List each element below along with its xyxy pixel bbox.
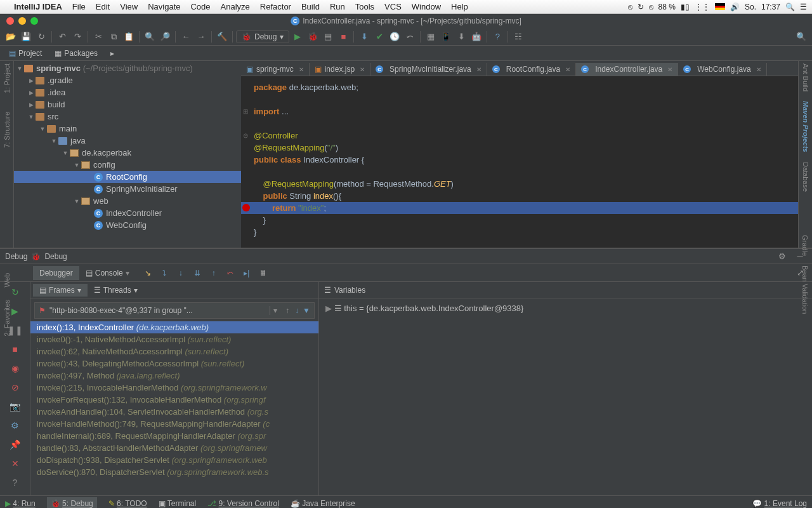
menu-window[interactable]: Window — [407, 2, 446, 11]
volume-icon[interactable]: 🔊 — [730, 3, 740, 11]
tree-web[interactable]: ▼web — [14, 195, 241, 207]
tree-build[interactable]: ▶build — [14, 98, 241, 110]
stack-frame[interactable]: invoke0():-1, NativeMethodAccessorImpl (… — [30, 333, 318, 345]
structure-icon[interactable]: ▦ — [424, 30, 438, 44]
nav-more[interactable]: ▸ — [104, 48, 121, 59]
stack-frame[interactable]: handle():83, AbstractHandlerMethodAdapte… — [30, 442, 318, 454]
tree-webcfg[interactable]: CWebConfig — [14, 219, 241, 231]
flag-de-icon[interactable] — [715, 3, 725, 10]
zoom-button[interactable] — [30, 17, 38, 25]
tool-debug[interactable]: 🐞 5: Debug — [47, 497, 97, 509]
drop-frame-icon[interactable]: ⤺ — [223, 267, 237, 279]
revert-icon[interactable]: ⤺ — [403, 30, 417, 44]
tool-bean[interactable]: Bean Validation — [801, 265, 809, 314]
tool-run[interactable]: ▶ 4: Run — [5, 499, 36, 508]
battery-icon[interactable]: ▮▯ — [681, 3, 690, 11]
stop-button[interactable]: ■ — [336, 30, 350, 44]
tab-index-jsp[interactable]: ▣index.jsp✕ — [310, 63, 370, 76]
tool-database[interactable]: Database — [802, 162, 809, 192]
tool-project[interactable]: 1: Project — [3, 64, 11, 93]
stack-frame[interactable]: invokeAndHandle():104, ServletInvocableH… — [30, 406, 318, 418]
stack-frame[interactable]: handleInternal():689, RequestMappingHand… — [30, 430, 318, 442]
tree-idx[interactable]: CIndexController — [14, 207, 241, 219]
nav-packages[interactable]: ▦Packages — [48, 48, 104, 59]
app-menu[interactable]: IntelliJ IDEA — [9, 2, 67, 11]
stack-frame[interactable]: invoke():62, NativeMethodAccessorImpl (s… — [30, 345, 318, 358]
find-icon[interactable]: 🔍 — [143, 30, 157, 44]
settings-icon[interactable]: ⚙ — [9, 419, 22, 432]
tree-config[interactable]: ▼config — [14, 159, 241, 171]
tree-init[interactable]: CSpringMvcInitializer — [14, 183, 241, 195]
tool-ant[interactable]: Ant Build — [802, 64, 809, 91]
debug-button[interactable]: 🐞 — [306, 30, 320, 44]
back-icon[interactable]: ← — [179, 30, 193, 44]
android-icon[interactable]: 🤖 — [469, 30, 483, 44]
tab-rootcfg[interactable]: CRootConfig.java✕ — [487, 63, 576, 76]
close-icon[interactable]: ✕ — [565, 66, 570, 73]
tree-main[interactable]: ▼main — [14, 123, 241, 135]
stack-frame[interactable]: doService():870, DispatcherServlet (org.… — [30, 466, 318, 478]
tool-structure[interactable]: 7: Structure — [3, 112, 11, 148]
save-icon[interactable]: 💾 — [19, 30, 33, 44]
minimize-button[interactable] — [18, 17, 26, 25]
menu-vcs[interactable]: VCS — [379, 2, 407, 11]
step-out-icon[interactable]: ↑ — [207, 267, 221, 279]
wifi-icon[interactable]: ⋮⋮ — [695, 3, 710, 11]
close-button[interactable] — [6, 17, 14, 25]
step-into-icon[interactable]: ↓ — [174, 267, 188, 279]
thread-selector[interactable]: ⚑ "http-bio-8080-exec-4"@9,337 in group … — [34, 302, 315, 319]
variables-list[interactable]: ▶ ☰ this = {de.kacperbak.web.IndexContro… — [319, 298, 812, 495]
breakpoint-icon[interactable] — [242, 204, 250, 211]
menu-help[interactable]: Help — [446, 2, 473, 11]
stop-icon[interactable]: ■ — [9, 343, 22, 356]
sdk-icon[interactable]: ⬇ — [454, 30, 468, 44]
tool-web[interactable]: Web — [3, 273, 11, 287]
tool-terminal[interactable]: ▣ Terminal — [159, 499, 196, 508]
debug-session[interactable]: Debug — [44, 252, 67, 261]
tool-favorites[interactable]: 2: Favorites — [3, 300, 11, 336]
coverage-button[interactable]: ▤ — [321, 30, 335, 44]
step-resume-icon[interactable]: ↘ — [141, 267, 155, 279]
console-tab[interactable]: ▤Console▾ — [79, 266, 136, 280]
tray-icon[interactable]: ⎋ — [628, 3, 632, 11]
tab-idxctrl[interactable]: CIndexController.java✕ — [576, 63, 678, 76]
prev-frame-icon[interactable]: ↑ — [284, 306, 291, 315]
run-button[interactable]: ▶ — [291, 30, 304, 44]
update-icon[interactable]: ⬇ — [357, 30, 371, 44]
menu-analyze[interactable]: Analyze — [216, 2, 255, 11]
menu-navigate[interactable]: Navigate — [143, 2, 185, 11]
close-icon[interactable]: ✕ — [756, 66, 761, 73]
open-icon[interactable]: 📂 — [4, 30, 18, 44]
step-over-icon[interactable]: ⤵ — [157, 267, 171, 279]
search-everywhere-icon[interactable]: 🔍 — [794, 30, 808, 44]
code-editor[interactable]: package de.kacperbak.web; ⊞import ... ⊝@… — [241, 76, 798, 248]
camera-icon[interactable]: 📷 — [9, 400, 22, 413]
close-icon[interactable]: ✕ — [9, 457, 22, 470]
close-icon[interactable]: ✕ — [476, 66, 481, 73]
tree-pkg[interactable]: ▼de.kacperbak — [14, 147, 241, 159]
mute-bp-icon[interactable]: ⊘ — [9, 381, 22, 394]
pin-icon[interactable]: 📌 — [9, 438, 22, 451]
stack-frame[interactable]: invokeHandleMethod():749, RequestMapping… — [30, 418, 318, 430]
help-icon[interactable]: ? — [490, 30, 504, 44]
close-icon[interactable]: ✕ — [299, 66, 304, 73]
ext-icon[interactable]: ☷ — [511, 30, 525, 44]
filter-icon[interactable]: ▼ — [303, 306, 310, 315]
replace-icon[interactable]: 🔎 — [158, 30, 172, 44]
close-icon[interactable]: ✕ — [667, 66, 672, 73]
stack-frame[interactable]: doDispatch():938, DispatcherServlet (org… — [30, 454, 318, 466]
tab-smi[interactable]: CSpringMvcInitializer.java✕ — [370, 63, 487, 76]
menu-build[interactable]: Build — [296, 2, 325, 11]
run-config-combo[interactable]: 🐞 Debug ▾ — [236, 30, 289, 43]
stack-frame[interactable]: invokeForRequest():132, InvocableHandler… — [30, 394, 318, 406]
undo-icon[interactable]: ↶ — [55, 30, 69, 44]
menu-refactor[interactable]: Refactor — [255, 2, 296, 11]
menu-run[interactable]: Run — [325, 2, 350, 11]
menu-code[interactable]: Code — [185, 2, 215, 11]
evaluate-icon[interactable]: 🖩 — [256, 267, 270, 279]
threads-tab[interactable]: ☰ Threads ▾ — [88, 284, 144, 297]
frame-list[interactable]: index():13, IndexController (de.kacperba… — [30, 321, 318, 495]
redo-icon[interactable]: ↷ — [70, 30, 84, 44]
menu-icon[interactable]: ☰ — [800, 3, 807, 11]
bluetooth-icon[interactable]: ⎋ — [649, 3, 653, 11]
